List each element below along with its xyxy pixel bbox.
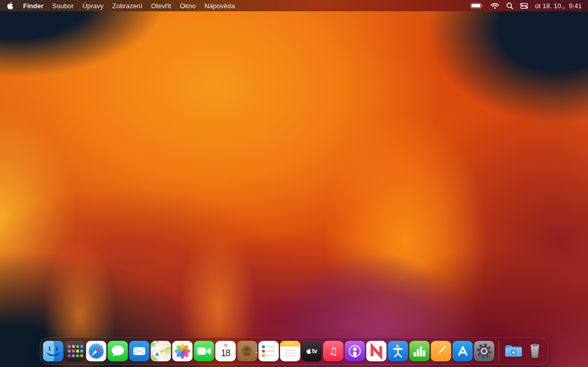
safari-icon [86,341,107,361]
dock-item-finder[interactable] [43,341,64,361]
numbers-icon [409,341,430,361]
menu-otevrit[interactable]: Otevřít [151,2,171,10]
control-center-icon[interactable] [520,3,528,9]
dock-item-photos[interactable] [172,341,193,361]
dock-item-facetime[interactable] [194,341,214,361]
music-icon: ♫ [323,341,344,361]
messages-icon [108,341,128,361]
menu-zobrazeni[interactable]: Zobrazení [112,2,143,10]
music-note-glyph: ♫ [329,346,338,356]
dock-item-pages[interactable] [431,341,452,361]
dock-item-messages[interactable] [108,341,128,361]
menu-upravy[interactable]: Úpravy [83,2,104,10]
dock-item-podcasts[interactable] [345,341,365,361]
dock-item-safari[interactable] [86,341,107,361]
downloads-folder-icon [503,341,524,361]
apple-logo-icon [7,2,13,10]
menu-bar-status: út 18. 10., 9:41 [471,2,588,10]
tv-label: tv [312,348,317,355]
mail-icon [129,341,150,361]
menu-okno[interactable]: Okno [180,2,195,10]
menu-bar-left: Finder Soubor Úpravy Zobrazení Otevřít O… [0,2,235,10]
dock-item-calendar[interactable]: říj 18 [215,341,236,361]
news-icon [366,341,387,361]
menu-bar: Finder Soubor Úpravy Zobrazení Otevřít O… [0,0,588,11]
trash-icon [525,341,545,361]
podcasts-icon [345,341,365,361]
dock-item-maps[interactable] [151,341,171,361]
dock-item-tv[interactable]: tv [302,341,322,361]
system-settings-icon [474,341,495,361]
menu-napoveda[interactable]: Nápověda [204,2,234,10]
tv-icon: tv [302,341,322,361]
spotlight-search-icon[interactable] [506,3,513,9]
dock-item-reminders[interactable] [259,341,279,361]
finder-icon [43,341,64,361]
finder-running-indicator [52,363,54,365]
menu-bar-clock[interactable]: út 18. 10., 9:41 [535,2,582,10]
wallpaper [0,0,588,367]
desktop: Finder Soubor Úpravy Zobrazení Otevřít O… [0,0,588,367]
dock-item-news[interactable] [366,341,387,361]
menu-finder[interactable]: Finder [23,2,44,10]
notes-icon [280,341,301,361]
apple-logo-small-icon [306,348,311,354]
wifi-icon[interactable] [491,3,499,9]
maps-icon [151,341,171,361]
dock-item-keynote[interactable] [388,341,408,361]
reminders-icon [259,341,279,361]
dock-item-system-settings[interactable] [474,341,495,361]
battery-icon[interactable] [471,3,483,9]
dock-item-app-store[interactable] [453,341,473,361]
apple-menu[interactable] [7,2,13,10]
dock-item-contacts[interactable] [237,341,258,361]
keynote-icon [388,341,408,361]
photos-icon [172,341,193,361]
clock-date: út 18. 10., [535,2,565,10]
dock-item-launchpad[interactable] [65,341,85,361]
launchpad-icon [65,341,85,361]
dock-item-mail[interactable] [129,341,150,361]
app-store-icon [453,341,473,361]
clock-time: 9:41 [569,2,582,10]
facetime-icon [194,341,214,361]
dock: říj 18 [40,337,548,365]
dock-item-downloads[interactable] [503,341,524,361]
menu-soubor[interactable]: Soubor [52,2,74,10]
dock-item-music[interactable]: ♫ [323,341,344,361]
contacts-icon [237,341,258,361]
pages-icon [431,341,452,361]
calendar-day-label: 18 [221,349,230,358]
dock-item-notes[interactable] [280,341,301,361]
dock-item-trash[interactable] [525,341,545,361]
dock-item-numbers[interactable] [409,341,430,361]
dock-divider [499,341,499,361]
calendar-icon: říj 18 [215,341,236,361]
calendar-month-label: říj [224,343,227,348]
